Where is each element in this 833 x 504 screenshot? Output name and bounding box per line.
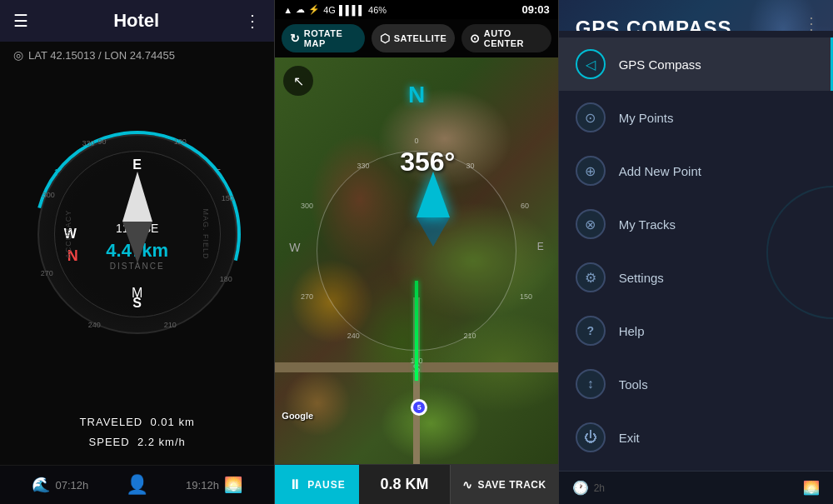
status-bar: ▲ ☁ ⚡ 4G ▌▌▌▌ 46% 09:03 (275, 0, 557, 19)
map-east-label: E (537, 241, 544, 252)
tools-menu-icon: ↕ (576, 369, 606, 399)
speed-value: 2.2 km/h (137, 436, 186, 448)
footer-item-sunset: 19:12h 🌅 (186, 476, 242, 494)
footer-sunset-icon: 🌅 (803, 480, 820, 496)
sunrise-icon: 🌊 (32, 476, 50, 494)
nav-arrow-up (416, 172, 450, 217)
my-tracks-menu-label: My Tracks (619, 217, 676, 232)
coords-text: LAT 42.15013 / LON 24.74455 (28, 49, 175, 62)
menu-item-tools[interactable]: ↕ Tools (559, 357, 833, 411)
nav-arrow-down (416, 217, 450, 247)
panel1-header: ☰ Hotel ⋮ (0, 0, 274, 42)
side-label-accuracy: ACCURACY (64, 209, 72, 258)
signal-icon: ▲ (283, 5, 292, 15)
footer-clock-icon: 🕐 (572, 480, 589, 496)
map-north-label: N (408, 82, 425, 108)
help-menu-icon: ? (576, 316, 606, 346)
map-view[interactable]: ↖ 0 30 60 150 210 180 240 270 300 330 N … (275, 57, 557, 464)
pause-button[interactable]: ⏸ PAUSE (275, 465, 358, 504)
panel1-title: Hotel (113, 10, 159, 32)
map-west-label: W (289, 241, 300, 254)
gps-compass-menu-icon: ◁ (576, 49, 606, 79)
map-panel: ▲ ☁ ⚡ 4G ▌▌▌▌ 46% 09:03 ↻ ROTATE MAP ⬡ S… (275, 0, 557, 504)
menu-item-exit[interactable]: ⏻ Exit (559, 411, 833, 464)
panel3-more-icon[interactable]: ⋮ (803, 13, 820, 31)
add-new-point-menu-label: Add New Point (619, 164, 701, 178)
settings-menu-icon: ⚙ (576, 262, 606, 292)
stats-area: TRAVELED 0.01 km SPEED 2.2 km/h (0, 399, 274, 465)
battery-icon: 46% (368, 5, 387, 15)
arrow-up (122, 172, 152, 222)
km-value: 0.8 KM (380, 476, 428, 493)
settings-menu-label: Settings (619, 271, 664, 285)
rotate-map-button[interactable]: ↻ ROTATE MAP (282, 24, 365, 52)
exit-menu-icon: ⏻ (576, 422, 606, 452)
compass-inner-ring: E S W M N (54, 151, 221, 317)
sunrise-time: 07:12h (55, 479, 88, 492)
cloud-icon: ☁ (296, 4, 305, 15)
panel3-footer: 🕐 2h 🌅 (559, 471, 833, 504)
save-track-icon: ∿ (462, 478, 473, 492)
footer-time-value: 2h (594, 482, 605, 494)
rotate-map-label: ROTATE MAP (304, 28, 357, 48)
compass-area: 16m 37mT 90 120 150 180 210 240 270 300 … (0, 68, 274, 399)
bluetooth-icon: ⚡ (308, 4, 320, 15)
status-icons: ▲ ☁ ⚡ 4G ▌▌▌▌ 46% (283, 4, 387, 15)
track-line (415, 281, 418, 381)
compass-arrow (122, 172, 152, 263)
pause-icon: ⏸ (288, 477, 302, 492)
add-point-menu-icon: ⊕ (576, 156, 606, 186)
satellite-button[interactable]: ⬡ SATELLITE (372, 24, 455, 52)
satellite-label: SATELLITE (394, 33, 447, 43)
arrow-down (122, 222, 152, 263)
hamburger-menu-icon[interactable]: ☰ (13, 11, 28, 31)
my-points-menu-icon: ⊙ (576, 102, 606, 132)
menu-item-add-new-point[interactable]: ⊕ Add New Point (559, 144, 833, 197)
satellite-icon: ⬡ (380, 32, 391, 45)
network-icon: 4G (323, 5, 336, 15)
footer-time-item: 🕐 2h (572, 480, 605, 496)
help-menu-label: Help (619, 324, 645, 338)
save-track-button[interactable]: ∿ SAVE TRACK (450, 465, 558, 504)
map-toolbar: ↻ ROTATE MAP ⬡ SATELLITE ⊙ AUTO CENTER (275, 19, 557, 57)
km-display: 0.8 KM (359, 465, 450, 504)
tools-menu-label: Tools (619, 377, 648, 392)
my-tracks-menu-icon: ⊗ (576, 209, 606, 239)
my-points-menu-label: My Points (619, 111, 674, 125)
panel3-header: GPS COMPASS NAVIGATOR ⋮ (559, 0, 833, 31)
panel1-footer: 🌊 07:12h 👤 19:12h 🌅 (0, 465, 274, 504)
sunset-time: 19:12h (186, 479, 219, 492)
signal-strength-icon: ▌▌▌▌ (339, 5, 365, 15)
auto-center-icon: ⊙ (470, 32, 481, 45)
menu-item-help[interactable]: ? Help (559, 304, 833, 357)
location-icon: ◎ (13, 48, 23, 62)
gps-compass-title: GPS COMPASS (576, 17, 816, 31)
map-footer: ⏸ PAUSE 0.8 KM ∿ SAVE TRACK (275, 464, 557, 504)
traveled-value: 0.01 km (151, 416, 195, 428)
navigation-panel: ☰ Hotel ⋮ ◎ LAT 42.15013 / LON 24.74455 … (0, 0, 274, 504)
side-label-mag: MAG. FIELD (201, 208, 209, 259)
m-label: M (132, 286, 142, 301)
menu-item-my-points[interactable]: ⊙ My Points (559, 91, 833, 144)
distance-label: DISTANCE (106, 262, 168, 271)
gps-compass-panel: GPS COMPASS NAVIGATOR ⋮ ◁ GPS Compass ⊙ … (559, 0, 833, 504)
sunset-icon: 🌅 (224, 476, 242, 494)
google-watermark: Google (282, 411, 313, 421)
exit-menu-label: Exit (619, 431, 640, 445)
rotate-icon: ↻ (290, 32, 301, 45)
save-track-label: SAVE TRACK (478, 479, 546, 491)
coordinates-display: ◎ LAT 42.15013 / LON 24.74455 (0, 42, 274, 68)
traveled-stat: TRAVELED 0.01 km (13, 412, 261, 432)
traveled-label: TRAVELED (80, 416, 143, 428)
gps-compass-menu-label: GPS Compass (619, 57, 701, 72)
footer-item-sunrise: 🌊 07:12h (32, 476, 88, 494)
status-time: 09:03 (521, 3, 549, 16)
auto-center-button[interactable]: ⊙ AUTO CENTER (461, 24, 551, 52)
person-icon[interactable]: 👤 (126, 474, 148, 496)
pause-label: PAUSE (307, 479, 345, 491)
north-label: E (132, 157, 142, 172)
more-options-icon[interactable]: ⋮ (244, 11, 261, 31)
menu-item-gps-compass[interactable]: ◁ GPS Compass (559, 37, 833, 91)
auto-center-label: AUTO CENTER (484, 28, 543, 48)
speed-stat: SPEED 2.2 km/h (13, 432, 261, 452)
